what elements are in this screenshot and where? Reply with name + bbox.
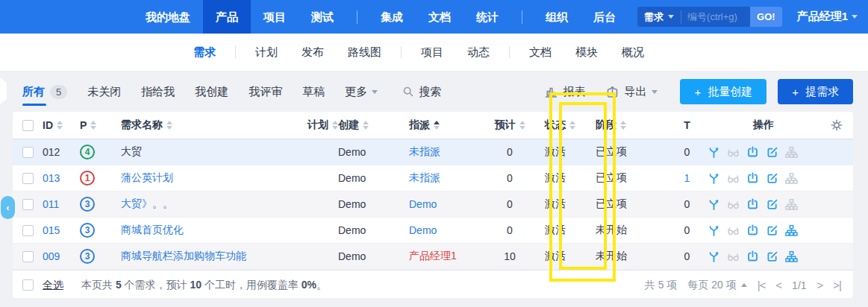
header-plan[interactable]: 计划 <box>286 118 338 132</box>
topnav-item-org[interactable]: 组织 <box>533 0 581 34</box>
subnav-item-module[interactable]: 模块 <box>563 45 610 60</box>
subnav-item-project[interactable]: 项目 <box>409 45 455 60</box>
subnav-item-dynamic[interactable]: 动态 <box>455 45 502 60</box>
sort-icon[interactable] <box>332 121 338 130</box>
subnav-item-story[interactable]: 需求 <box>181 45 228 60</box>
close-story-icon[interactable] <box>746 198 759 211</box>
subdivide-sitemap-icon[interactable] <box>785 146 798 159</box>
change-branch-icon[interactable] <box>708 172 720 185</box>
row-checkbox[interactable] <box>22 251 34 262</box>
task-count-link[interactable]: 1 <box>684 172 690 184</box>
header-assign[interactable]: 指派 <box>409 118 484 132</box>
assignee-link[interactable]: 未指派 <box>409 145 440 157</box>
change-branch-icon[interactable] <box>708 146 720 159</box>
first-page-button[interactable]: |< <box>758 279 766 291</box>
subnav-item-overview[interactable]: 概况 <box>610 45 656 60</box>
close-story-icon[interactable] <box>746 250 759 263</box>
edit-icon[interactable] <box>766 250 778 263</box>
sort-icon[interactable] <box>363 121 369 130</box>
story-id-link[interactable]: 012 <box>43 146 60 158</box>
sort-icon[interactable] <box>166 121 172 130</box>
tab-assigned-to-me[interactable]: 指给我 <box>141 71 175 113</box>
story-name-link[interactable]: 商城导航栏添加购物车功能 <box>121 250 246 263</box>
change-branch-icon[interactable] <box>708 224 720 237</box>
edit-icon[interactable] <box>766 146 778 159</box>
story-name-link[interactable]: 蒲公英计划 <box>121 171 173 185</box>
story-id-link[interactable]: 011 <box>43 198 59 210</box>
header-stage[interactable]: 阶段 <box>596 118 666 132</box>
sort-icon[interactable] <box>57 121 63 130</box>
story-id-link[interactable]: 015 <box>43 224 60 236</box>
topnav-item-stats[interactable]: 统计 <box>463 0 511 34</box>
tab-unclosed[interactable]: 未关闭 <box>87 71 121 113</box>
header-status[interactable]: 状态 <box>536 118 596 132</box>
header-estimate[interactable]: 预计 <box>484 118 536 132</box>
change-branch-icon[interactable] <box>708 250 720 263</box>
create-story-button[interactable]: + 提需求 <box>778 79 853 104</box>
header-create[interactable]: 创建 <box>338 118 409 132</box>
subdivide-sitemap-icon[interactable] <box>785 250 798 263</box>
subnav-item-plan[interactable]: 计划 <box>243 45 290 60</box>
review-glasses-icon[interactable] <box>727 172 740 185</box>
assignee-link[interactable]: Demo <box>409 224 437 236</box>
next-page-button[interactable]: > <box>817 279 823 291</box>
select-all-checkbox[interactable] <box>22 120 34 131</box>
subdivide-sitemap-icon[interactable] <box>785 172 798 185</box>
review-glasses-icon[interactable] <box>727 146 740 159</box>
header-task-count[interactable]: T <box>666 119 708 131</box>
row-checkbox[interactable] <box>22 147 34 158</box>
report-button[interactable]: 报表 <box>545 85 585 99</box>
assignee-link[interactable]: Demo <box>409 198 437 210</box>
table-row[interactable]: 012 4 大贸 Demo 未指派 0 激活 已立项 0 <box>13 139 853 165</box>
sort-icon[interactable] <box>90 121 96 130</box>
close-story-icon[interactable] <box>746 224 759 237</box>
sort-asc-icon[interactable] <box>434 121 440 130</box>
header-name[interactable]: 需求名称 <box>121 118 286 132</box>
quick-search-type-select[interactable]: 需求 <box>637 10 681 24</box>
edit-icon[interactable] <box>766 172 778 185</box>
last-page-button[interactable]: >| <box>833 279 841 291</box>
review-glasses-icon[interactable] <box>727 224 740 237</box>
select-all-checkbox[interactable] <box>22 279 34 291</box>
batch-create-button[interactable]: + 批量创建 <box>680 79 766 104</box>
header-id[interactable]: ID <box>43 119 80 131</box>
header-priority[interactable]: P <box>80 119 121 131</box>
row-checkbox[interactable] <box>22 173 34 184</box>
subnav-item-roadmap[interactable]: 路线图 <box>336 45 393 60</box>
subnav-item-doc[interactable]: 文档 <box>517 45 563 60</box>
tab-reviewed-by-me[interactable]: 我评审 <box>249 71 282 113</box>
assignee-link[interactable]: 产品经理1 <box>409 250 457 262</box>
story-name-link[interactable]: 商城首页优化 <box>121 224 184 237</box>
close-story-icon[interactable] <box>746 146 759 159</box>
sort-icon[interactable] <box>519 121 525 130</box>
more-dropdown[interactable]: 更多 <box>345 71 378 113</box>
topnav-item-project[interactable]: 项目 <box>251 0 299 34</box>
topnav-item-my-zone[interactable]: 我的地盘 <box>133 0 203 34</box>
table-row[interactable]: 011 3 大贸》。。 Demo Demo 0 激活 已立项 0 <box>13 192 853 218</box>
table-row[interactable]: 015 3 商城首页优化 Demo Demo 0 激活 未开始 0 <box>13 218 853 244</box>
story-id-link[interactable]: 009 <box>43 250 60 262</box>
topnav-item-doc[interactable]: 文档 <box>416 0 463 34</box>
per-page-dropdown[interactable]: 每页 20 项 <box>687 279 746 292</box>
tab-draft[interactable]: 草稿 <box>302 71 325 113</box>
tab-all[interactable]: 所有 5 <box>22 71 67 113</box>
topnav-item-product[interactable]: 产品 <box>203 0 251 34</box>
prev-page-button[interactable]: < <box>775 279 781 291</box>
table-row[interactable]: 013 1 蒲公英计划 Demo 未指派 0 激活 已立项 1 <box>13 165 853 192</box>
subdivide-sitemap-icon[interactable] <box>785 224 798 237</box>
story-id-link[interactable]: 013 <box>43 172 60 184</box>
topnav-item-test[interactable]: 测试 <box>299 0 346 34</box>
edit-icon[interactable] <box>766 198 778 211</box>
review-glasses-icon[interactable] <box>727 198 740 211</box>
story-name-link[interactable]: 大贸 <box>121 145 142 159</box>
sort-icon[interactable] <box>569 121 575 130</box>
review-glasses-icon[interactable] <box>727 250 740 263</box>
export-dropdown[interactable]: 导出 <box>606 85 658 99</box>
select-all-label[interactable]: 全选 <box>43 279 63 292</box>
close-story-icon[interactable] <box>746 172 759 185</box>
edit-icon[interactable] <box>766 224 778 237</box>
change-branch-icon[interactable] <box>708 198 720 211</box>
tab-created-by-me[interactable]: 我创建 <box>195 71 228 113</box>
sort-icon[interactable] <box>620 121 626 130</box>
search-toggle[interactable]: 搜索 <box>402 85 441 99</box>
